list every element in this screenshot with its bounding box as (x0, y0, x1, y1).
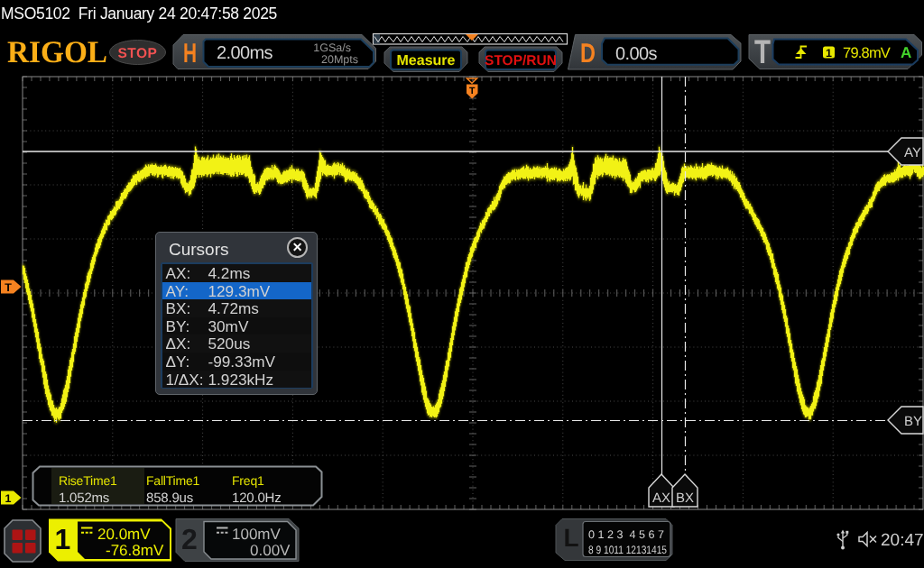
svg-text:20Mpts: 20Mpts (321, 53, 358, 66)
svg-text:20.0mV: 20.0mV (97, 526, 151, 543)
svg-text:AY: AY (904, 145, 921, 160)
svg-text:BX: BX (676, 490, 694, 506)
svg-text:858.9us: 858.9us (146, 490, 193, 506)
svg-text:-76.8mV: -76.8mV (106, 542, 164, 559)
svg-text:RiseTime1: RiseTime1 (59, 473, 117, 488)
svg-text:L: L (563, 524, 578, 552)
svg-text:H: H (183, 39, 197, 69)
svg-text:0.00s: 0.00s (615, 44, 658, 64)
svg-text:A: A (901, 44, 911, 61)
svg-text:STOP: STOP (118, 46, 158, 61)
svg-text:Measure: Measure (397, 53, 456, 69)
svg-text:FallTime1: FallTime1 (146, 473, 200, 488)
svg-text:20:47: 20:47 (881, 531, 924, 550)
svg-text:RIGOL: RIGOL (7, 35, 107, 69)
svg-text:2: 2 (181, 523, 198, 555)
svg-text:AX: AX (652, 490, 670, 506)
svg-text:1GSa/s: 1GSa/s (313, 41, 351, 54)
svg-text:1: 1 (826, 47, 832, 60)
svg-text:2.00ms: 2.00ms (217, 43, 273, 63)
svg-text:0.00V: 0.00V (250, 542, 291, 559)
svg-text:T: T (469, 86, 476, 96)
svg-text:100mV: 100mV (232, 526, 282, 543)
svg-text:8 9 1011 12131415: 8 9 1011 12131415 (588, 544, 667, 556)
svg-text:Freq1: Freq1 (232, 473, 264, 488)
svg-text:1: 1 (5, 492, 12, 505)
svg-text:T: T (5, 281, 12, 294)
svg-text:STOP/RUN: STOP/RUN (485, 53, 557, 69)
svg-text:79.8mV: 79.8mV (843, 45, 891, 61)
svg-text:1.052ms: 1.052ms (59, 490, 109, 506)
svg-text:0 1 2 3 4 5 6 7: 0 1 2 3 4 5 6 7 (588, 528, 664, 541)
svg-text:T: T (754, 33, 771, 70)
svg-text:120.0Hz: 120.0Hz (232, 490, 281, 506)
svg-text:1: 1 (55, 523, 71, 555)
svg-text:D: D (580, 39, 596, 69)
svg-text:BY: BY (904, 414, 922, 429)
